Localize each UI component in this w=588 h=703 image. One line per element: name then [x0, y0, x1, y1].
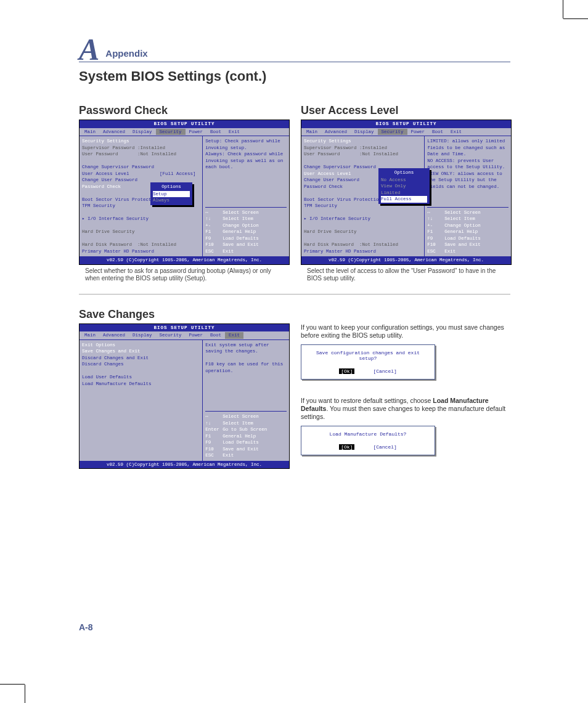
heading-save-changes: Save Changes — [79, 308, 510, 321]
nav-hint: ↑↓Select Item — [205, 216, 287, 222]
bios-menu-main[interactable]: Main — [81, 129, 99, 136]
bios-menu-display[interactable]: Display — [351, 129, 378, 136]
bios-line[interactable]: ▸ I/O Interface Security — [82, 216, 200, 222]
appendix-header: A Appendix — [79, 37, 510, 62]
nav-hint: EnterGo to Sub Screen — [205, 426, 287, 433]
bios-menubar: MainAdvancedDisplaySecurityPowerBootExit — [80, 128, 289, 136]
nav-hint: ↔Select Screen — [427, 209, 508, 216]
dialog-save-exit: Save configuration changes and exit setu… — [301, 344, 435, 380]
caption-password-check: Select whether to ask for a password dur… — [79, 265, 288, 283]
dialog-ok-button[interactable]: [Ok] — [339, 444, 354, 450]
bios-menu-advanced[interactable]: Advanced — [321, 129, 351, 136]
page-number: A-8 — [79, 622, 93, 632]
bios-menu-boot[interactable]: Boot — [428, 129, 447, 136]
bios-nav-hints: ↔Select Screen↑↓Select Item+-Change Opti… — [205, 207, 287, 255]
save-changes-text-2: If you want to restore default settings,… — [301, 397, 510, 421]
bios-menu-power[interactable]: Power — [186, 129, 207, 136]
bios-line[interactable]: Primary Master HD Password — [304, 248, 422, 255]
bios-line: Hard Drive Security — [304, 229, 422, 235]
bios-line[interactable]: Discard Changes and Exit — [82, 355, 200, 362]
bios-menu-exit[interactable]: Exit — [225, 332, 243, 339]
bios-right-panel: LIMITED: allows only limited fields to b… — [425, 136, 511, 256]
bios-help-text: Setup: Check password while invoking set… — [205, 138, 287, 207]
bios-menu-power[interactable]: Power — [186, 332, 207, 339]
dialog-ok-button[interactable]: [Ok] — [339, 368, 354, 374]
dialog-message: Load Manufacture Defaults? — [306, 431, 430, 437]
popup-option[interactable]: View Only — [381, 183, 427, 190]
bios-menu-advanced[interactable]: Advanced — [99, 129, 129, 136]
bios-section-title: Exit Options — [82, 342, 200, 349]
bios-menu-boot[interactable]: Boot — [206, 129, 225, 136]
bios-title: BIOS SETUP UTILITY — [301, 120, 511, 128]
bios-line: Hard Disk Password :Not Installed — [304, 242, 422, 248]
appendix-letter: A — [79, 37, 99, 62]
bios-menu-advanced[interactable]: Advanced — [99, 332, 129, 339]
text-part: . You must then save changes to keep the… — [301, 405, 505, 420]
popup-title: Options — [381, 169, 427, 177]
bios-left-panel: Security Settings Supervisor Password :I… — [301, 136, 425, 256]
bios-menu-boot[interactable]: Boot — [206, 332, 225, 339]
nav-hint: F10Save and Exit — [205, 242, 287, 248]
save-changes-text-1: If you want to keep your configuration s… — [301, 323, 510, 339]
bios-menu-display[interactable]: Display — [129, 332, 156, 339]
dialog-cancel-button[interactable]: [Cancel] — [373, 368, 396, 374]
nav-hint: F1General Help — [205, 229, 287, 235]
bios-line[interactable]: Primary Master HD Password — [82, 248, 200, 255]
bios-right-panel: Setup: Check password while invoking set… — [203, 136, 289, 256]
bios-line[interactable]: User Access Level [Full Access] — [82, 171, 200, 177]
nav-hint: ESCExit — [427, 248, 508, 255]
nav-hint: F10Save and Exit — [427, 242, 508, 248]
popup-option[interactable]: No Access — [381, 177, 427, 184]
bios-footer: v02.59 (C)Copyright 1985-2005, American … — [80, 461, 289, 469]
bios-title: BIOS SETUP UTILITY — [80, 120, 289, 128]
bios-screenshot-password-check: BIOS SETUP UTILITY MainAdvancedDisplaySe… — [79, 120, 290, 265]
bios-line[interactable]: Save Changes and Exit — [82, 348, 200, 355]
bios-menu-security[interactable]: Security — [378, 129, 407, 136]
bios-menubar: MainAdvancedDisplaySecurityPowerBootExit — [80, 331, 289, 339]
popup-option[interactable]: Always — [153, 197, 190, 204]
bios-menu-power[interactable]: Power — [407, 129, 429, 136]
nav-hint: ↔Select Screen — [205, 209, 287, 216]
dialog-message: Save configuration changes and exit setu… — [306, 350, 430, 361]
text-part: If you want to restore default settings,… — [301, 397, 433, 404]
bios-title: BIOS SETUP UTILITY — [80, 324, 289, 332]
nav-hint: F9Load Defaults — [205, 235, 287, 242]
nav-hint: ↔Select Screen — [205, 413, 287, 420]
dialog-cancel-button[interactable]: [Cancel] — [373, 444, 396, 450]
bios-help-text: LIMITED: allows only limited fields to b… — [427, 138, 508, 207]
nav-hint: F9Load Defaults — [205, 439, 287, 446]
bios-line[interactable]: Load Manufacture Defaults — [82, 381, 200, 388]
bios-nav-hints: ↔Select Screen↑↓Select ItemEnterGo to Su… — [205, 411, 287, 459]
bios-left-panel: Exit Options Save Changes and ExitDiscar… — [80, 340, 203, 461]
bios-line[interactable]: Load User Defaults — [82, 374, 200, 381]
bios-line — [304, 158, 422, 165]
popup-option[interactable]: Limited — [381, 190, 427, 197]
bios-line: Supervisor Password :Installed — [304, 145, 422, 152]
bios-line[interactable]: TPM Security — [304, 203, 422, 209]
nav-hint: F9Load Defaults — [427, 235, 508, 242]
bios-line[interactable]: ▸ I/O Interface Security — [304, 216, 422, 222]
bios-line[interactable]: Discard Changes — [82, 361, 200, 368]
popup-option[interactable]: Setup — [153, 191, 190, 198]
bios-line[interactable]: Change Supervisor Password — [82, 164, 200, 171]
popup-option[interactable]: Full Access — [381, 196, 427, 203]
bios-line: User Password :Not Installed — [304, 151, 422, 158]
bios-menu-main[interactable]: Main — [81, 332, 99, 339]
bios-line — [82, 209, 200, 216]
nav-hint: ↑↓Select Item — [205, 420, 287, 427]
nav-hint: F10Save and Exit — [205, 446, 287, 453]
bios-screenshot-user-access: BIOS SETUP UTILITY MainAdvancedDisplaySe… — [301, 120, 512, 265]
bios-right-panel: Exit system setup after saving the chang… — [203, 340, 289, 461]
bios-menu-main[interactable]: Main — [303, 129, 321, 136]
bios-menu-display[interactable]: Display — [129, 129, 156, 136]
nav-hint: F1General Help — [205, 433, 287, 440]
bios-menu-security[interactable]: Security — [156, 332, 186, 339]
bios-menu-exit[interactable]: Exit — [447, 129, 465, 136]
bios-line — [304, 235, 422, 242]
bios-help-text: Exit system setup after saving the chang… — [205, 342, 287, 412]
appendix-label: Appendix — [105, 48, 147, 62]
bios-options-popup: Options No AccessView OnlyLimitedFull Ac… — [378, 168, 430, 204]
nav-hint: F1General Help — [427, 229, 508, 235]
bios-menu-exit[interactable]: Exit — [225, 129, 243, 136]
bios-menu-security[interactable]: Security — [156, 129, 186, 136]
